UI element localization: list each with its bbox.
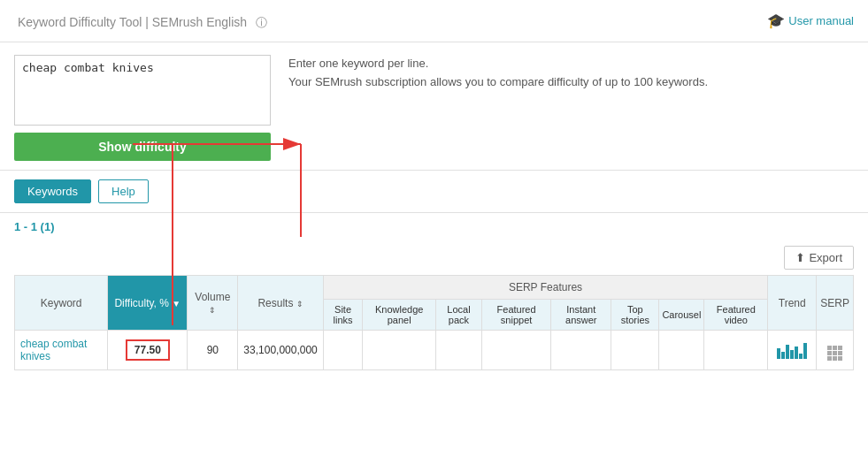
col-header-serp-features: SERP Features — [323, 276, 767, 300]
sort-icon-volume: ⇕ — [209, 306, 216, 315]
grid-cell — [838, 356, 842, 361]
header: Keyword Difficulty Tool | SEMrush Englis… — [0, 0, 868, 42]
tabs-section: Keywords Help — [0, 171, 868, 213]
bar-6 — [799, 354, 803, 359]
bar-7 — [803, 343, 807, 359]
hint-text: Enter one keyword per line. Your SEMrush… — [288, 55, 708, 92]
cell-featured-snippet — [481, 331, 550, 370]
col-header-top-stories: Top stories — [611, 300, 659, 331]
col-header-volume[interactable]: Volume ⇕ — [188, 276, 238, 331]
cell-instant-answer — [551, 331, 611, 370]
count-row: 1 - 1 (1) — [0, 213, 868, 240]
col-header-keyword: Keyword — [15, 276, 108, 331]
table-row: cheap combat knives 77.50 90 33,100,000,… — [15, 331, 854, 370]
cell-knowledge-panel — [363, 331, 436, 370]
serp-grid-icon — [827, 346, 842, 361]
cell-results: 33,100,000,000 — [238, 331, 323, 370]
col-header-site-links: Site links — [323, 300, 363, 331]
cell-difficulty: 77.50 — [108, 331, 188, 370]
grid-cell — [838, 351, 842, 355]
mortarboard-icon: 🎓 — [767, 12, 785, 29]
grid-cell — [833, 351, 837, 355]
grid-cell — [827, 351, 832, 355]
cell-local-pack — [436, 331, 482, 370]
export-button[interactable]: ⬆ Export — [784, 246, 854, 270]
grid-cell — [838, 346, 842, 350]
col-header-trend: Trend — [768, 276, 817, 331]
bar-1 — [777, 348, 780, 359]
cell-top-stories — [611, 331, 659, 370]
keyword-textarea[interactable]: cheap combat knives — [14, 55, 271, 126]
cell-volume: 90 — [188, 331, 238, 370]
grid-cell — [827, 346, 832, 350]
count-range: 1 - 1 (1) — [14, 220, 55, 233]
user-manual-link[interactable]: 🎓 User manual — [767, 12, 854, 29]
col-header-serp: SERP — [817, 276, 854, 331]
grid-cell — [833, 346, 837, 350]
export-icon: ⬆ — [795, 251, 805, 264]
col-header-featured-snippet: Featured snippet — [481, 300, 550, 331]
col-header-results[interactable]: Results ⇕ — [238, 276, 323, 331]
table-body: cheap combat knives 77.50 90 33,100,000,… — [15, 331, 854, 370]
cell-carousel — [659, 331, 704, 370]
col-header-featured-video: Featured video — [704, 300, 768, 331]
col-header-instant-answer: Instant answer — [551, 300, 611, 331]
tab-help[interactable]: Help — [98, 179, 149, 203]
grid-cell — [833, 356, 837, 361]
results-table: Keyword Difficulty, % ▼ Volume ⇕ Results… — [14, 275, 854, 370]
table-wrap: Keyword Difficulty, % ▼ Volume ⇕ Results… — [0, 275, 868, 385]
show-difficulty-button[interactable]: Show difficulty — [14, 133, 271, 161]
cell-trend — [768, 331, 817, 370]
tab-keywords[interactable]: Keywords — [14, 179, 91, 203]
sort-icon-difficulty: ▼ — [172, 299, 181, 308]
col-header-knowledge-panel: Knowledge panel — [363, 300, 436, 331]
sort-icon-results: ⇕ — [296, 300, 303, 308]
bar-5 — [795, 347, 798, 359]
difficulty-value: 77.50 — [126, 339, 170, 361]
cell-keyword: cheap combat knives — [15, 331, 108, 370]
bar-4 — [790, 350, 794, 359]
page-title: Keyword Difficulty Tool | SEMrush Englis… — [14, 11, 267, 31]
bar-2 — [781, 352, 785, 359]
export-row: ⬆ Export — [0, 240, 868, 275]
grid-cell — [827, 356, 832, 361]
col-header-local-pack: Local pack — [436, 300, 482, 331]
input-section: cheap combat knives Show difficulty Ente… — [0, 42, 868, 171]
info-icon[interactable]: ⓘ — [256, 16, 267, 29]
cell-site-links — [323, 331, 363, 370]
keyword-link[interactable]: cheap combat knives — [20, 338, 87, 362]
cell-serp[interactable] — [817, 331, 854, 370]
col-header-carousel: Carousel — [659, 300, 704, 331]
col-header-difficulty[interactable]: Difficulty, % ▼ — [108, 276, 188, 331]
input-area: cheap combat knives Show difficulty — [14, 55, 271, 161]
table-header-main: Keyword Difficulty, % ▼ Volume ⇕ Results… — [15, 276, 854, 300]
bar-3 — [786, 345, 789, 359]
trend-chart — [777, 341, 807, 359]
cell-featured-video — [704, 331, 768, 370]
